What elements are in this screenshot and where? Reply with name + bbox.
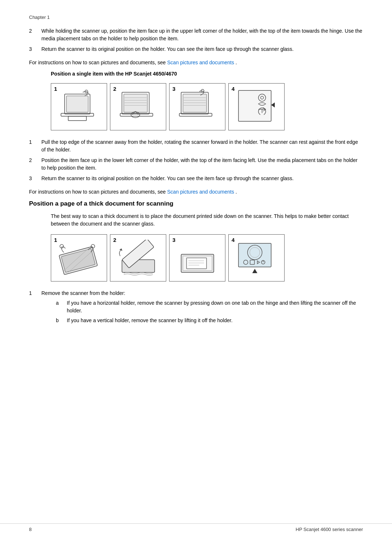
flatbed-image-1: 1 — [51, 234, 107, 281]
sub-text: If you have a horizontal holder, remove … — [67, 299, 363, 315]
list-number: 1 — [29, 138, 36, 154]
flatbed-illustration-2 — [117, 240, 160, 276]
section1-list: 2 While holding the scanner up, position… — [29, 27, 363, 53]
img-number: 3 — [172, 237, 175, 243]
section3-heading: Position a page of a thick document for … — [29, 200, 363, 207]
section3-list: 1 Remove the scanner from the holder: a … — [29, 289, 363, 327]
svg-marker-25 — [271, 102, 275, 108]
footer: 8 HP Scanjet 4600 series scanner — [0, 523, 392, 532]
svg-rect-19 — [179, 113, 212, 116]
img-number: 1 — [54, 86, 57, 92]
svg-marker-48 — [252, 269, 257, 273]
list-item: 1 Pull the top edge of the scanner away … — [29, 138, 363, 154]
svg-marker-34 — [119, 248, 122, 251]
list-text: Pull the top edge of the scanner away fr… — [41, 138, 363, 154]
list-text: Position the item face up in the lower l… — [41, 157, 363, 172]
scan-link-1[interactable]: Scan pictures and documents — [167, 60, 234, 65]
list-number: 2 — [29, 157, 36, 172]
svg-point-12 — [131, 112, 140, 118]
scanner-illustration-2 — [117, 89, 160, 125]
section2-link-para: For instructions on how to scan pictures… — [29, 188, 363, 196]
svg-rect-41 — [238, 243, 271, 267]
svg-rect-14 — [183, 94, 207, 112]
scanner-images-row-2: 1 2 — [51, 234, 363, 281]
scan-link-2[interactable]: Scan pictures and documents — [167, 189, 234, 195]
product-name: HP Scanjet 4600 series scanner — [296, 527, 363, 532]
flatbed-image-4: 4 — [228, 234, 285, 281]
flatbed-image-3: 3 — [169, 234, 225, 281]
list-number: 3 — [29, 175, 36, 182]
svg-rect-2 — [61, 113, 94, 116]
svg-rect-27 — [61, 249, 95, 272]
scanner-images-row-1: 1 2 — [51, 83, 363, 130]
img-number: 3 — [172, 86, 175, 92]
list-text: Remove the scanner from the holder: a If… — [41, 289, 363, 327]
scanner-illustration-1 — [57, 89, 101, 125]
section1-link-para: For instructions on how to scan pictures… — [29, 59, 363, 66]
sub-list-item: a If you have a horizontal holder, remov… — [56, 299, 363, 315]
list-item: 2 Position the item face up in the lower… — [29, 157, 363, 172]
section3-intro: The best way to scan a thick document is… — [51, 212, 363, 228]
list-number: 3 — [29, 45, 36, 53]
item-text: Remove the scanner from the holder: — [41, 290, 125, 296]
scanner-image-4: 4 — [228, 83, 285, 130]
list-text: While holding the scanner up, position t… — [41, 27, 363, 42]
list-text: Return the scanner to its original posit… — [41, 175, 363, 182]
para-text: For instructions on how to scan pictures… — [29, 60, 167, 65]
sub-label: b — [56, 317, 62, 324]
scanner-illustration-4 — [235, 89, 278, 125]
para-after: . — [234, 60, 237, 65]
list-item: 3 Return the scanner to its original pos… — [29, 175, 363, 182]
svg-rect-21 — [238, 90, 271, 121]
list-number: 2 — [29, 27, 36, 42]
scanner-image-3: 3 — [169, 83, 225, 130]
list-item: 2 While holding the scanner up, position… — [29, 27, 363, 42]
img-number: 1 — [54, 237, 57, 243]
flatbed-image-2: 2 — [110, 234, 166, 281]
sub-label: a — [56, 299, 62, 315]
para-text: For instructions on how to scan pictures… — [29, 189, 167, 195]
flatbed-illustration-4 — [235, 240, 278, 276]
svg-rect-37 — [187, 258, 207, 269]
sub-list: a If you have a horizontal holder, remov… — [56, 299, 363, 324]
img-number: 4 — [232, 86, 234, 92]
svg-rect-3 — [68, 116, 86, 121]
scanner-illustration-3 — [176, 89, 219, 125]
sub-list-item: b If you have a vertical holder, remove … — [56, 317, 363, 324]
svg-rect-1 — [66, 96, 88, 112]
sub-text: If you have a vertical holder, remove th… — [67, 317, 233, 324]
scanner-image-1: 1 — [51, 83, 107, 130]
list-item: 3 Return the scanner to its original pos… — [29, 45, 363, 53]
chapter-label: Chapter 1 — [29, 15, 363, 20]
img-number: 2 — [113, 237, 116, 243]
img-number: 2 — [113, 86, 116, 92]
svg-rect-11 — [120, 113, 153, 116]
page-number: 8 — [29, 527, 32, 532]
svg-rect-6 — [124, 94, 147, 112]
list-text: Return the scanner to its original posit… — [41, 45, 363, 53]
flatbed-illustration-1 — [57, 240, 101, 276]
list-item: 1 Remove the scanner from the holder: a … — [29, 289, 363, 327]
img-number: 4 — [232, 237, 234, 243]
para-after: . — [234, 189, 237, 195]
sub-heading-4650: Position a single item with the HP Scanj… — [51, 71, 363, 77]
section2-list: 1 Pull the top edge of the scanner away … — [29, 138, 363, 182]
list-number: 1 — [29, 289, 36, 297]
flatbed-illustration-3 — [176, 240, 219, 276]
scanner-image-2: 2 — [110, 83, 166, 130]
